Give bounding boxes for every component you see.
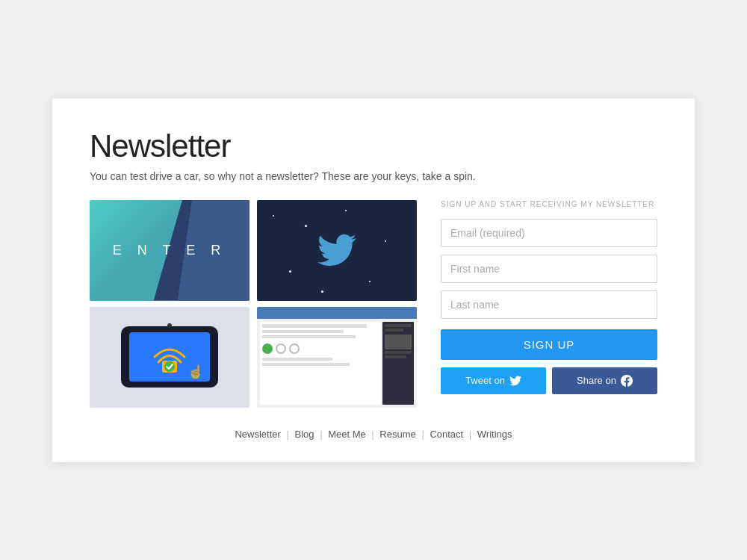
thumbnail-twitter[interactable] xyxy=(257,200,417,301)
thumbnail-enter[interactable]: E N T E R xyxy=(90,200,249,301)
nav-blog[interactable]: Blog xyxy=(294,429,314,440)
email-input[interactable] xyxy=(441,219,657,247)
main-card: Newsletter You can test drive a car, so … xyxy=(52,99,695,462)
page-wrapper: Newsletter You can test drive a car, so … xyxy=(0,0,747,560)
facebook-button[interactable]: Share on xyxy=(552,367,657,394)
content-area: E N T E R xyxy=(90,200,657,408)
signup-form: SIGN UP AND START RECEIVING MY NEWSLETTE… xyxy=(441,200,657,394)
thumbnail-ui[interactable] xyxy=(257,307,417,408)
enter-label: E N T E R xyxy=(113,243,226,258)
nav-writings[interactable]: Writings xyxy=(477,429,512,440)
page-title: Newsletter xyxy=(90,128,657,164)
signup-button[interactable]: SIGN UP xyxy=(441,329,657,360)
nav-newsletter[interactable]: Newsletter xyxy=(235,429,280,440)
thumbnail-phone[interactable]: ☝ xyxy=(90,307,249,408)
social-buttons: Tweet on Share on xyxy=(441,367,657,394)
twitter-bird-icon xyxy=(317,231,356,270)
lastname-input[interactable] xyxy=(441,290,657,319)
firstname-input[interactable] xyxy=(441,255,657,283)
nav-meet-me[interactable]: Meet Me xyxy=(328,429,366,440)
nav-sep-2: | xyxy=(320,429,325,440)
tweet-button[interactable]: Tweet on xyxy=(441,367,546,394)
twitter-small-icon xyxy=(509,375,521,387)
nav-contact[interactable]: Contact xyxy=(430,429,463,440)
nav-sep-3: | xyxy=(371,429,376,440)
nav-resume[interactable]: Resume xyxy=(379,429,415,440)
footer-nav: Newsletter | Blog | Meet Me | Resume | C… xyxy=(90,429,657,440)
page-subtitle: You can test drive a car, so why not a n… xyxy=(90,170,657,182)
nav-sep-1: | xyxy=(286,429,291,440)
tweet-label: Tweet on xyxy=(465,375,505,386)
nav-sep-5: | xyxy=(469,429,474,440)
facebook-label: Share on xyxy=(577,375,616,386)
facebook-icon xyxy=(621,375,633,387)
form-label: SIGN UP AND START RECEIVING MY NEWSLETTE… xyxy=(441,200,657,208)
thumbnails-grid: E N T E R xyxy=(90,200,418,408)
wifi-signal-icon xyxy=(147,338,192,376)
nav-sep-4: | xyxy=(421,429,427,440)
